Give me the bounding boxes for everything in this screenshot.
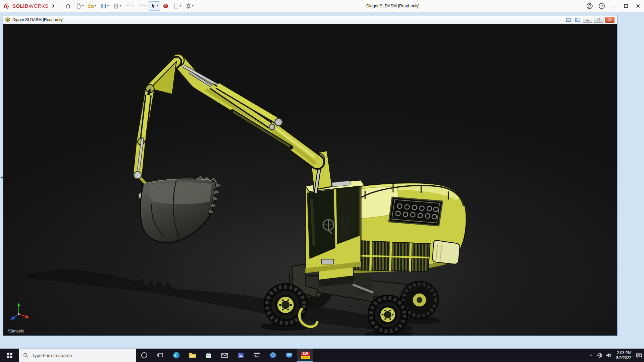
minimize-icon [611,3,617,9]
redo-icon [138,3,144,9]
undo-button[interactable]: ▾ [124,1,135,11]
edrawings-sphere-icon [269,351,277,359]
taskbar-app-edge[interactable] [168,349,184,362]
new-document-button[interactable]: ▾ [74,1,85,11]
solidworks-taskbar-icon: SW 2021 [301,352,310,359]
tray-expand-button[interactable] [587,349,595,362]
open-button[interactable]: ▾ [86,1,98,11]
taskbar-app-edrawings[interactable] [265,349,281,362]
home-button[interactable] [63,1,73,11]
volume-button[interactable] [604,349,613,362]
taskbar-app-store[interactable] [201,349,217,362]
taskbar: Type here to search SW 2021 [0,349,644,362]
window-layout-button-1[interactable] [565,17,572,23]
document-close-button[interactable] [605,17,614,23]
wheel-rear-left[interactable] [368,295,408,334]
panel-collapse-arrow[interactable]: ◀ [0,176,3,179]
account-button[interactable] [584,0,596,12]
close-window-button[interactable] [632,0,644,12]
file-properties-icon [173,3,179,9]
dropdown-caret[interactable]: ▾ [107,4,109,7]
mail-icon [221,352,229,359]
save-icon [101,3,107,9]
taskbar-app-task-view[interactable] [152,349,168,362]
network-button[interactable] [595,349,604,362]
search-placeholder-text: Type here to search [32,353,72,358]
network-globe-icon [597,353,602,358]
redo-button[interactable]: ▾ [136,1,148,11]
action-center-button[interactable] [635,349,643,362]
viewport-3d[interactable]: *Dimetric [3,24,617,336]
menu-expand-arrow[interactable]: ❯ [52,4,55,8]
dropdown-caret[interactable]: ▾ [145,4,146,7]
task-view-icon [157,352,164,359]
taskbar-app-mail[interactable] [217,349,233,362]
speaker-icon [606,353,611,358]
taskbar-app-file-explorer[interactable] [184,349,201,362]
window-layout-button-2[interactable] [574,17,581,23]
document-restore-button[interactable] [594,17,603,23]
action-center-icon [636,352,642,359]
dropdown-caret[interactable]: ▾ [180,4,181,7]
orientation-triad[interactable] [9,302,30,321]
select-cursor-icon [150,3,156,9]
store-icon [205,351,213,359]
excavator-body[interactable] [350,183,466,273]
appearance-sphere-button[interactable] [161,1,170,11]
titlebar-controls: ? [584,0,644,12]
excavator-cab[interactable] [305,180,365,273]
dropdown-caret[interactable]: ▾ [95,4,96,7]
console-icon [253,351,261,359]
solidworks-year: 2021 [301,356,310,359]
appearance-sphere-icon [163,3,169,9]
start-button[interactable] [0,349,19,362]
doc-restore-icon [597,18,601,21]
document-minimize-button[interactable] [583,17,592,23]
screen: { "app": { "brand_solid": "SOLID", "bran… [0,0,644,362]
maximize-window-button[interactable] [620,0,632,12]
excavator-bucket[interactable] [141,177,222,243]
new-document-icon [75,3,82,9]
maximize-icon [623,3,629,9]
account-icon [586,3,593,9]
photos-app-icon [237,351,245,359]
excavator-3d-model[interactable] [3,24,617,336]
app-title: Digger.SLDASM [Read-only] [366,4,419,8]
taskbar-search[interactable]: Type here to search [19,349,136,362]
minimize-window-button[interactable] [608,0,620,12]
options-button[interactable]: ▾ [184,1,195,11]
dropdown-caret[interactable]: ▾ [192,4,194,7]
taskbar-app-photos[interactable] [233,349,249,362]
brand-text-solid: SOLID [12,3,29,9]
solidworks-logo-icon [3,3,11,9]
cortana-icon [141,352,148,359]
doc-minimize-icon [586,18,590,21]
help-button[interactable]: ? [596,0,608,12]
chevron-up-icon [589,353,593,358]
dropdown-caret[interactable]: ▾ [82,4,84,7]
clock-date: 5/9/2022 [616,355,631,360]
document-titlebar[interactable]: Digger.SLDASM [Read-only] [3,15,617,24]
dropdown-caret[interactable]: ▾ [132,4,133,7]
document-title: Digger.SLDASM [Read-only] [12,17,63,22]
taskbar-clock[interactable]: 2:03 PM 5/9/2022 [613,350,635,360]
dropdown-caret[interactable]: ▾ [120,4,121,7]
taskbar-app-cortana[interactable] [136,349,152,362]
save-button[interactable]: ▾ [99,1,110,11]
file-properties-button[interactable]: ▾ [171,1,183,11]
boom-hydraulic-cylinders[interactable] [183,66,282,130]
document-window-controls [565,17,615,23]
taskbar-app-display[interactable] [281,349,297,362]
dropdown-caret[interactable]: ▾ [157,4,158,7]
app-workspace: ◀ Digger.SLDASM [Read-only] [0,12,644,349]
print-button[interactable]: ▾ [111,1,123,11]
document-window: Digger.SLDASM [Read-only] [3,15,618,336]
taskbar-app-solidworks[interactable]: SW 2021 [297,349,313,362]
close-icon [635,3,641,9]
app-titlebar[interactable]: SOLID WORKS ❯ ▾ ▾ ▾ ▾ ▾ ▾ [0,0,644,12]
doc-close-icon [608,18,612,21]
taskbar-app-console[interactable] [249,349,265,362]
display-app-icon [285,351,293,359]
engine-vent-panel [389,197,443,226]
select-tool-button[interactable]: ▾ [149,1,160,11]
